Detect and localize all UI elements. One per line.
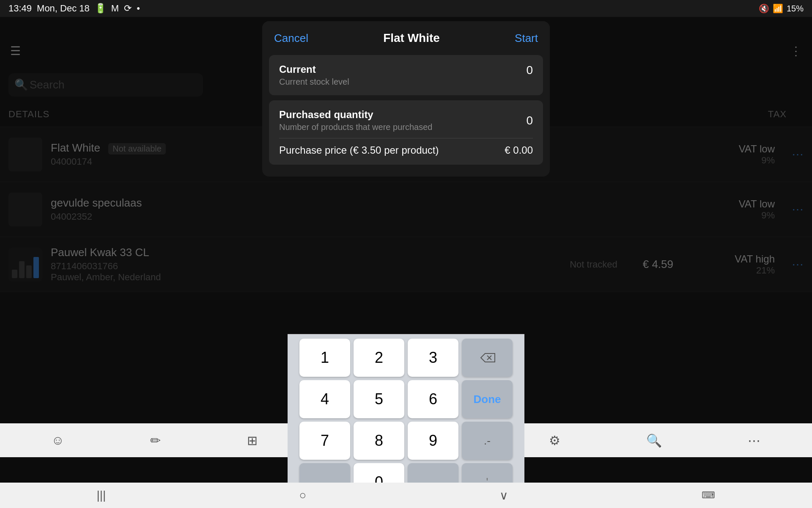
purchased-label: Purchased quantity bbox=[279, 109, 432, 121]
key-row-2: 4 5 6 Done bbox=[291, 380, 521, 418]
battery-icon: 🔋 bbox=[95, 3, 106, 14]
status-time: 13:49 bbox=[8, 3, 32, 14]
search-toolbar-icon[interactable]: 🔍 bbox=[646, 433, 662, 448]
battery-text: 15% bbox=[787, 4, 804, 14]
modal-body: Current Current stock level 0 Purchased … bbox=[262, 55, 550, 177]
price-label: Purchase price (€ 3.50 per product) bbox=[279, 144, 439, 156]
key-dot-minus[interactable]: .- bbox=[462, 422, 513, 460]
numeric-keyboard: 1 2 3 4 5 6 Done 7 8 9 .- 0 ' bbox=[288, 334, 524, 508]
purchased-section: Purchased quantity Number of products th… bbox=[269, 100, 543, 165]
key-8[interactable]: 8 bbox=[354, 422, 404, 460]
current-value: 0 bbox=[526, 64, 533, 77]
key-row-1: 1 2 3 bbox=[291, 339, 521, 377]
price-row: Purchase price (€ 3.50 per product) € 0.… bbox=[279, 144, 533, 156]
modal-title: Flat White bbox=[383, 31, 440, 45]
key-1[interactable]: 1 bbox=[299, 339, 350, 377]
mail-icon: M bbox=[111, 3, 119, 14]
key-3[interactable]: 3 bbox=[408, 339, 458, 377]
current-sublabel: Current stock level bbox=[279, 77, 349, 87]
status-right: 🔇 📶 15% bbox=[759, 3, 804, 14]
status-day: Mon, Dec 18 bbox=[37, 3, 90, 14]
mute-icon: 🔇 bbox=[759, 3, 769, 14]
nav-bar: ||| ○ ∨ ⌨ bbox=[0, 483, 812, 508]
more-toolbar-icon[interactable]: ⋯ bbox=[748, 433, 760, 448]
purchased-sublabel: Number of products that were purchased bbox=[279, 122, 432, 132]
price-value: € 0.00 bbox=[505, 144, 533, 156]
cancel-button[interactable]: Cancel bbox=[274, 32, 308, 45]
key-row-3: 7 8 9 .- bbox=[291, 422, 521, 460]
key-5[interactable]: 5 bbox=[354, 380, 404, 418]
home-nav-icon[interactable]: ○ bbox=[299, 489, 306, 502]
down-nav-icon[interactable]: ∨ bbox=[499, 489, 508, 502]
sync-icon: ⟳ bbox=[124, 3, 132, 14]
emoji-icon[interactable]: ☺ bbox=[52, 433, 65, 447]
tablet-icon[interactable]: ⊞ bbox=[247, 433, 258, 448]
key-2[interactable]: 2 bbox=[354, 339, 404, 377]
status-bar: 13:49 Mon, Dec 18 🔋 M ⟳ • 🔇 📶 15% bbox=[0, 0, 812, 17]
signal-icon: 📶 bbox=[773, 3, 783, 14]
start-button[interactable]: Start bbox=[515, 32, 538, 45]
section-divider bbox=[279, 138, 533, 138]
section-top: Current Current stock level 0 bbox=[279, 64, 533, 87]
key-9[interactable]: 9 bbox=[408, 422, 458, 460]
stock-entry-modal: Cancel Flat White Start Current Current … bbox=[262, 21, 550, 177]
purchased-input-row: Purchased quantity Number of products th… bbox=[279, 109, 533, 132]
section-info: Purchased quantity Number of products th… bbox=[279, 109, 432, 132]
section-info: Current Current stock level bbox=[279, 64, 349, 87]
purchased-quantity-input[interactable] bbox=[499, 114, 533, 127]
done-key[interactable]: Done bbox=[462, 380, 513, 418]
settings-icon[interactable]: ⚙ bbox=[549, 433, 560, 448]
backspace-key[interactable] bbox=[462, 339, 513, 377]
back-nav-icon[interactable]: ||| bbox=[97, 489, 106, 502]
edit-icon[interactable]: ✏ bbox=[150, 433, 161, 448]
modal-header: Cancel Flat White Start bbox=[262, 21, 550, 55]
key-7[interactable]: 7 bbox=[299, 422, 350, 460]
status-left: 13:49 Mon, Dec 18 🔋 M ⟳ • bbox=[8, 3, 140, 14]
current-stock-section: Current Current stock level 0 bbox=[269, 55, 543, 95]
key-4[interactable]: 4 bbox=[299, 380, 350, 418]
current-label: Current bbox=[279, 64, 349, 75]
key-6[interactable]: 6 bbox=[408, 380, 458, 418]
dot-icon: • bbox=[137, 3, 140, 14]
keyboard-nav-icon[interactable]: ⌨ bbox=[702, 490, 715, 501]
